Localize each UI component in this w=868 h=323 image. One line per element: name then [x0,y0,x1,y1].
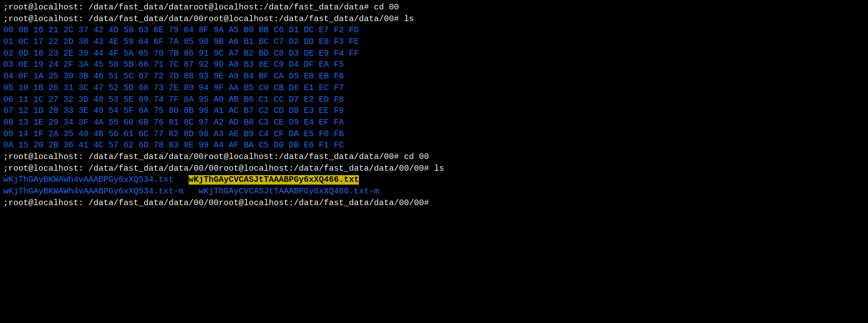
terminal-line-9: 07 12 1D 28 33 3E 49 54 5F 6A 75 80 8B 9… [3,106,865,117]
file-spacer [184,187,199,196]
file-right: wKjThGAyCVCASJtTAAABPGy6xXQ466.txt [189,175,359,185]
terminal-line-2: 00 0B 16 21 2C 37 42 4D 58 63 6E 79 84 8… [3,25,865,37]
terminal-line-0: ;root@localhost: /data/fast_data/dataroo… [3,2,865,14]
terminal-line-12: 0A 15 20 2B 36 41 4C 57 62 6D 78 83 8E 9… [3,140,865,152]
terminal-line-3: 01 0C 17 22 2D 38 43 4E 59 64 6F 7A 85 9… [3,37,865,48]
terminal-line-4: 02 0D 18 23 2E 39 44 4F 5A 65 70 7B 86 9… [3,48,865,60]
terminal-line-11: 09 14 1F 2A 35 40 4B 56 61 6C 77 82 8D 9… [3,129,865,141]
file-spacer [174,175,189,185]
terminal-line-14: ;root@localhost: /data/fast_data/data/00… [3,163,865,175]
terminal-line-17: ;root@localhost: /data/fast_data/data/00… [3,198,865,210]
terminal-line-6: 04 0F 1A 25 30 3B 46 51 5C 67 72 7D 88 9… [3,71,865,83]
file-left: wKjThGAyBKWAWh4vAAABPGy6xXQ534.txt [3,175,174,185]
file-left: wKjThGAyBKWAWh4vAAABPGy6xXQ534.txt-m [3,187,184,196]
terminal-line-8: 06 11 1C 27 32 3D 48 53 5E 69 74 7F 8A 9… [3,95,865,106]
terminal-line-13: ;root@localhost: /data/fast_data/data/00… [3,152,865,163]
terminal-line-10: 08 13 1E 29 34 3F 4A 55 60 6B 76 81 8C 9… [3,117,865,129]
terminal-line-7: 05 10 1B 26 31 3C 47 52 5D 68 73 7E 89 9… [3,83,865,95]
terminal: ;root@localhost: /data/fast_data/dataroo… [0,0,868,323]
terminal-line-1: ;root@localhost: /data/fast_data/data/00… [3,14,865,26]
file-right: wKjThGAyCVCASJtTAAABPGy6xXQ466.txt-m [199,187,379,196]
terminal-line-15: wKjThGAyBKWAWh4vAAABPGy6xXQ534.txt wKjTh… [3,175,865,186]
terminal-line-16: wKjThGAyBKWAWh4vAAABPGy6xXQ534.txt-m wKj… [3,186,865,198]
terminal-line-5: 03 0E 19 24 2F 3A 45 50 5B 66 71 7C 87 9… [3,59,865,71]
